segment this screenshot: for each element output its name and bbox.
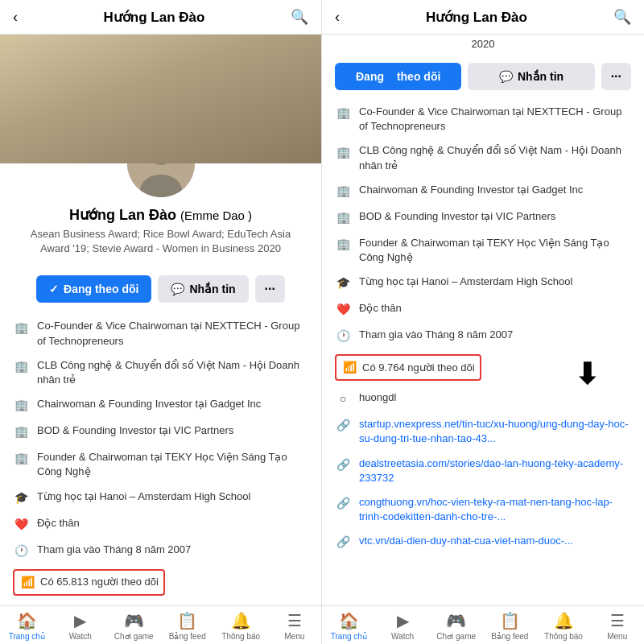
nav-label: Watch [69,632,92,641]
list-item: 🏢 BOD & Founding Investor tại VIC Partne… [335,204,631,231]
feed-icon: 📋 [177,611,197,630]
nav-label: Chơi game [114,632,154,641]
bottom-nav-right: 🏠 Trang chủ ▶ Watch 🎮 Chơi game 📋 Bảng f… [322,605,644,644]
game-icon: 🎮 [124,611,144,630]
follow-button-left[interactable]: ✓ Đang theo dõi [36,275,151,303]
clock-icon-r: 🕐 [335,328,351,345]
nav-label: Thông báo [221,632,260,641]
nav-item-feed-left[interactable]: 📋 Bảng feed [161,606,215,644]
followers-icon-right: 📶 [341,360,357,376]
right-panel: ‹ Hướng Lan Đào 🔍 2020 Đang theo dõi 💬 N… [322,0,644,644]
more-button-right[interactable]: ··· [601,63,631,90]
info-list-left: 🏢 Co-Founder & Vice Chairwoman tại NEXTT… [0,311,321,605]
watch-icon-r: ▶ [397,611,409,630]
more-button-left[interactable]: ··· [255,275,285,303]
list-item: 🏢 Chairwoman & Founding Investor tại Gad… [13,392,308,419]
heart-icon-r: ❤️ [335,302,351,318]
back-icon[interactable]: ‹ [13,9,18,26]
cover-image [0,35,321,163]
award-text: 2020 [322,35,644,56]
building-icon-3: 🏢 [13,398,29,414]
followers-item-right: 📶 Có 9.764 người theo dõi ⬇ [335,349,631,386]
nav-item-watch-right[interactable]: ▶ Watch [376,606,430,644]
cover-photo [0,35,321,163]
feed-icon-r: 📋 [500,611,520,630]
bottom-nav-left: 🏠 Trang chủ ▶ Watch 🎮 Chơi game 📋 Bảng f… [0,605,321,644]
game-icon-r: 🎮 [446,611,466,630]
profile-name-extra: (Emme Dao ) [180,208,252,222]
link-icon-4: 🔗 [335,535,351,551]
followers-icon: 📶 [19,575,35,591]
list-item: 🔗 startup.vnexpress.net/tin-tuc/xu-huong… [335,412,631,451]
messenger-icon: 💬 [171,283,184,295]
followers-item-left: 📶 Có 65.813 người theo dõi [13,564,308,601]
follow-button-right[interactable]: Đang theo dõi [335,63,461,90]
list-item: 🕐 Tham gia vào Tháng 8 năm 2007 [335,323,631,349]
nav-item-game-left[interactable]: 🎮 Chơi game [107,606,161,644]
theo-doi-text: theo dõi [397,70,440,83]
building-icon-r1: 🏢 [335,105,351,122]
building-icon-r5: 🏢 [335,237,351,253]
school-icon: 🎓 [13,490,29,506]
menu-icon-r: ☰ [610,611,625,630]
bell-icon-r: 🔔 [554,611,574,630]
nav-label: Thông báo [544,632,583,641]
left-panel: ‹ Hướng Lan Đào 🔍 Hướng Lan Đào [0,0,322,644]
nav-item-notify-right[interactable]: 🔔 Thông báo [537,606,591,644]
page-title-left: Hướng Lan Đào [104,9,205,26]
bell-icon: 🔔 [231,611,251,630]
message-button-left[interactable]: 💬 Nhắn tin [158,275,248,303]
building-icon-5: 🏢 [13,451,29,467]
action-buttons-left: ✓ Đang theo dõi 💬 Nhắn tin ··· [0,267,321,311]
list-item: 🔗 dealstreetasia.com/stories/dao-lan-huo… [335,452,631,490]
building-icon: 🏢 [13,320,29,336]
nav-item-feed-right[interactable]: 📋 Bảng feed [483,606,537,644]
home-icon-r: 🏠 [339,611,359,630]
right-header: ‹ Hướng Lan Đào 🔍 [322,0,644,35]
list-item: 🔗 vtc.vn/dai-dien-duy-nhat-cua-viet-nam-… [335,529,631,555]
nav-item-menu-right[interactable]: ☰ Menu [590,606,644,644]
list-item: 🏢 CLB Công nghệ & Chuyển đổi số Việt Nam… [13,353,308,392]
profile-name: Hướng Lan Đào (Emme Dao ) [69,206,252,224]
nav-item-menu-left[interactable]: ☰ Menu [268,606,322,644]
search-icon-left[interactable]: 🔍 [291,8,308,26]
nav-label: Watch [391,632,414,641]
search-icon-right[interactable]: 🔍 [613,8,631,26]
profile-icon: ○ [335,391,351,407]
followers-box-left: 📶 Có 65.813 người theo dõi [13,569,165,596]
menu-icon: ☰ [287,611,302,630]
school-icon-r: 🎓 [335,275,351,291]
home-icon: 🏠 [17,611,37,630]
building-icon-r4: 🏢 [335,210,351,226]
nav-label: Chơi game [436,632,476,641]
nav-item-game-right[interactable]: 🎮 Chơi game [429,606,483,644]
list-item: 🏢 Founder & Chairwoman tại TEKY Học Viện… [335,231,631,270]
list-item: 🎓 Từng học tại Hanoi – Amsterdam High Sc… [335,270,631,296]
nav-item-home-right[interactable]: 🏠 Trang chủ [322,606,376,644]
heart-icon: ❤️ [13,517,29,533]
nav-item-notify-left[interactable]: 🔔 Thông báo [214,606,268,644]
link-icon-3: 🔗 [335,496,351,512]
followers-text-right: Có 9.764 người theo dõi [362,361,475,375]
list-item: ❤️ Độc thân [13,511,308,538]
follow-icon: ✓ [49,283,59,295]
nav-label: Trang chủ [9,632,45,641]
list-item: 🏢 Co-Founder & Vice Chairwoman tại NEXTT… [13,314,308,353]
building-icon-r2: 🏢 [335,144,351,160]
list-item: ❤️ Độc thân [335,296,631,323]
nav-label: Bảng feed [491,632,528,641]
doc-than-text: Độc thân [359,301,402,316]
left-header: ‹ Hướng Lan Đào 🔍 [0,0,321,35]
followers-text-left: Có 65.813 người theo dõi [40,575,159,589]
nav-item-watch-left[interactable]: ▶ Watch [54,606,108,644]
nav-item-home-left[interactable]: 🏠 Trang chủ [0,606,54,644]
list-item: 🕐 Tham gia vào Tháng 8 năm 2007 [13,538,308,564]
list-item: 🏢 Chairwoman & Founding Investor tại Gad… [335,178,631,204]
nav-label: Menu [607,632,627,641]
list-item: 🏢 CLB Công nghệ & Chuyển đổi số Việt Nam… [335,138,631,177]
info-list-right: 🏢 Co-Founder & Vice Chairwoman tại NEXTT… [322,97,644,605]
building-icon-4: 🏢 [13,424,29,440]
back-icon-right[interactable]: ‹ [335,9,340,26]
nav-label: Bảng feed [169,632,206,641]
message-button-right[interactable]: 💬 Nhắn tin [468,63,594,90]
